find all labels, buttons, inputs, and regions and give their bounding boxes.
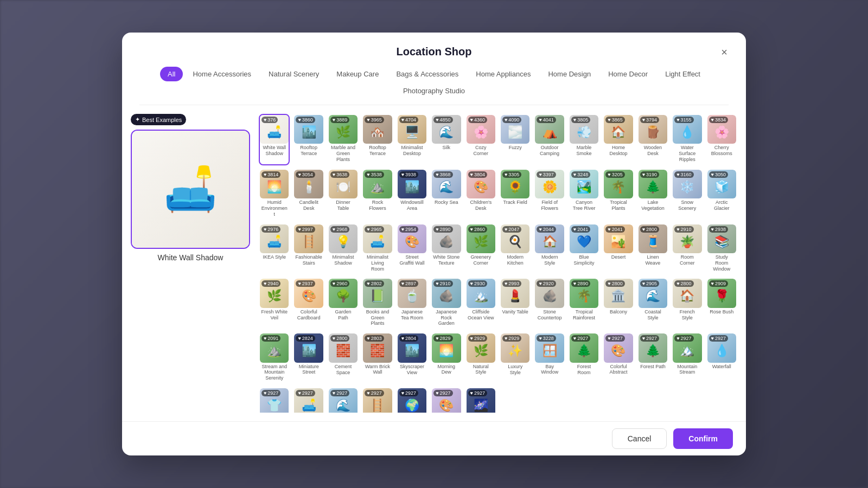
grid-item[interactable]: ♥4360🌸Cozy Corner: [465, 114, 496, 165]
grid-item[interactable]: ♥2960🌳Garden Path: [328, 278, 359, 329]
grid-item[interactable]: ♥2938📚Study Room Window: [706, 223, 737, 275]
tab-home-appliances[interactable]: Home Appliances: [468, 67, 538, 81]
grid-item[interactable]: ♥3865🏠Home Desktop: [603, 114, 634, 165]
grid-item[interactable]: ♥2824🏙️Miniature Street: [293, 332, 324, 384]
grid-item[interactable]: ♥2927🌊Water Theme: [328, 387, 359, 413]
grid-item[interactable]: ♥4041⛺Outdoor Camping: [534, 114, 565, 165]
grid-item[interactable]: ♥2927🪜Spiral Stairs: [362, 387, 393, 413]
grid-item-count: ♥2829: [433, 335, 452, 342]
grid-item[interactable]: ♥3860🏙️Rooftop Terrace: [293, 114, 324, 165]
grid-item[interactable]: ♥3538⛰️Rock Flowers: [362, 169, 393, 220]
grid-item[interactable]: ♥2829🌅Morning Dew: [431, 332, 462, 384]
grid-item[interactable]: ♥3205🌴Tropical Plants: [603, 169, 634, 220]
grid-item[interactable]: ♥3155💧Water Surface Ripples: [672, 114, 703, 165]
grid-item[interactable]: ♥2993💄Vanity Table: [500, 278, 531, 329]
tab-natural-scenery[interactable]: Natural Scenery: [261, 67, 327, 81]
grid-item[interactable]: ♥3160❄️Snow Scenery: [672, 169, 703, 220]
grid-item[interactable]: ♥2927🌲Forest Path: [637, 332, 668, 384]
tab-makeup-care[interactable]: Makeup Care: [329, 67, 386, 81]
tab-home-decor[interactable]: Home Decor: [601, 67, 655, 81]
grid-item[interactable]: ♥3228🪟Bay Window: [534, 332, 565, 384]
image-grid-panel[interactable]: ♥376🛋️White Wall Shadow♥3860🏙️Rooftop Te…: [259, 114, 737, 413]
grid-item[interactable]: ♥2890🌴Tropical Rainforest: [569, 278, 599, 329]
grid-item[interactable]: ♥3638🍽️Dinner Table: [328, 169, 359, 220]
grid-item[interactable]: ♥2800🏠French Style: [672, 278, 703, 329]
grid-item-image: ♥4704🖥️: [398, 115, 426, 144]
tab-home-accessories[interactable]: Home Accessories: [185, 67, 259, 81]
grid-item[interactable]: ♥3889🌿Marble and Green Plants: [328, 114, 359, 165]
grid-item[interactable]: ♥3938🏙️Windowsill Area: [397, 169, 427, 220]
cancel-button[interactable]: Cancel: [612, 428, 667, 449]
grid-item[interactable]: ♥2937🎨Colorful Cardboard: [293, 278, 324, 329]
grid-item[interactable]: ♥3794🪵Wooden Desk: [637, 114, 668, 165]
grid-item[interactable]: ♥2965🛋️Minimalist Living Room: [362, 223, 393, 275]
grid-item[interactable]: ♥2927💧Waterfall: [706, 332, 737, 384]
tab-home-design[interactable]: Home Design: [540, 67, 598, 81]
grid-item[interactable]: ♥2905🌊Coastal Style: [637, 278, 668, 329]
grid-item[interactable]: ♥2041🏜️Desert: [603, 223, 634, 275]
grid-item[interactable]: ♥2976🛋️IKEA Style: [259, 223, 290, 275]
grid-item[interactable]: ♥2041💙Blue Simplicity: [569, 223, 599, 275]
grid-item[interactable]: ♥2804🏙️Skyscraper View: [397, 332, 427, 384]
grid-item[interactable]: ♥2803🧱Warm Brick Wall: [362, 332, 393, 384]
grid-item[interactable]: ♥2927🌌Dark Space: [465, 387, 496, 413]
grid-item[interactable]: ♥2927🏔️Mountain Stream: [672, 332, 703, 384]
close-button[interactable]: ×: [716, 43, 733, 61]
grid-item[interactable]: ♥2927🌍Planet View: [397, 387, 427, 413]
grid-item[interactable]: ♥2997🪜Fashionable Stairs: [293, 223, 324, 275]
grid-item[interactable]: ♥2091⛰️Stream and Mountain Serenity: [259, 332, 290, 384]
grid-item[interactable]: ♥2910🪴Room Corner: [672, 223, 703, 275]
grid-item[interactable]: ♥2044🏠Modern Style: [534, 223, 565, 275]
grid-item[interactable]: ♥3965🏘️Rooftop Terrace: [362, 114, 393, 165]
grid-item-count: ♥2968: [330, 226, 349, 233]
grid-item[interactable]: ♥2800🧱Cement Space: [328, 332, 359, 384]
grid-item[interactable]: ♥3834🌸Cherry Blossoms: [706, 114, 737, 165]
grid-item[interactable]: ♥3814🌅Humid Environment: [259, 169, 290, 220]
grid-item[interactable]: ♥2897🍵Japanese Tea Room: [397, 278, 427, 329]
grid-item[interactable]: ♥3305🌻Track Field: [500, 169, 531, 220]
grid-item[interactable]: ♥2800🧵Linen Weave: [637, 223, 668, 275]
grid-item[interactable]: ♥2927👕Laundry Room: [259, 387, 290, 413]
tab-all[interactable]: All: [160, 67, 183, 81]
grid-item[interactable]: ♥376🛋️White Wall Shadow: [259, 114, 290, 165]
grid-item[interactable]: ♥2909🌹Rose Bush: [706, 278, 737, 329]
grid-item[interactable]: ♥2929✨Luxury Style: [500, 332, 531, 384]
grid-item[interactable]: ♥4090🌫️Fuzzy: [500, 114, 531, 165]
grid-item[interactable]: ♥2927🛋️Living Room: [293, 387, 324, 413]
grid-item-label: Silk: [432, 144, 461, 152]
grid-item[interactable]: ♥3050🧊Arctic Glacier: [706, 169, 737, 220]
grid-item-label: Desert: [604, 253, 633, 262]
grid-item[interactable]: ♥2930🏔️Cliffside Ocean View: [465, 278, 496, 329]
grid-item[interactable]: ♥3054🕯️Candlelit Desk: [293, 169, 324, 220]
confirm-button[interactable]: Confirm: [673, 428, 733, 449]
grid-item[interactable]: ♥2802📗Books and Green Plants: [362, 278, 393, 329]
grid-item[interactable]: ♥3190🌲Lake Vegetation: [637, 169, 668, 220]
grid-item[interactable]: ♥3248🏞️Canyon Tree River: [569, 169, 599, 220]
grid-item[interactable]: ♥3868🌊Rocky Sea: [431, 169, 462, 220]
grid-item[interactable]: ♥2927🎨Abstract Art: [431, 387, 462, 413]
grid-item[interactable]: ♥2920🪨Stone Countertop: [534, 278, 565, 329]
grid-item[interactable]: ♥2929🌿Natural Style: [465, 332, 496, 384]
grid-item[interactable]: ♥3805💨Marble Smoke: [569, 114, 599, 165]
tab-light-effect[interactable]: Light Effect: [658, 67, 708, 81]
grid-item[interactable]: ♥4850🌊Silk: [431, 114, 462, 165]
grid-item[interactable]: ♥2927🎨Colorful Abstract: [603, 332, 634, 384]
tab-bags-accessories[interactable]: Bags & Accessories: [388, 67, 466, 81]
grid-item[interactable]: ♥2968💡Minimalist Shadow: [328, 223, 359, 275]
grid-item[interactable]: ♥4704🖥️Minimalist Desktop: [397, 114, 427, 165]
grid-item-image: ♥2897🍵: [398, 279, 426, 307]
grid-item[interactable]: ♥2940🌿Fresh White Veil: [259, 278, 290, 329]
grid-item[interactable]: ♥2800🏛️Balcony: [603, 278, 634, 329]
grid-item-image: ♥2041💙: [570, 224, 598, 253]
grid-item-count: ♥2047: [502, 226, 521, 233]
grid-item[interactable]: ♥2860🌿Greenery Corner: [465, 223, 496, 275]
grid-item[interactable]: ♥2927🌲Forest Room: [569, 332, 599, 384]
grid-item[interactable]: ♥2890🪨White Stone Texture: [431, 223, 462, 275]
grid-item[interactable]: ♥2954🎨Street Graffiti Wall: [397, 223, 427, 275]
grid-item[interactable]: ♥2910🪨Japanese Rock Garden: [431, 278, 462, 329]
grid-item[interactable]: ♥2047🍳Modern Kitchen: [500, 223, 531, 275]
grid-item[interactable]: ♥3804🎨Children's Desk: [465, 169, 496, 220]
tab-photography-studio[interactable]: Photography Studio: [395, 84, 473, 98]
grid-item[interactable]: ♥3397🌼Field of Flowers: [534, 169, 565, 220]
grid-item-label: Cozy Corner: [467, 144, 495, 158]
